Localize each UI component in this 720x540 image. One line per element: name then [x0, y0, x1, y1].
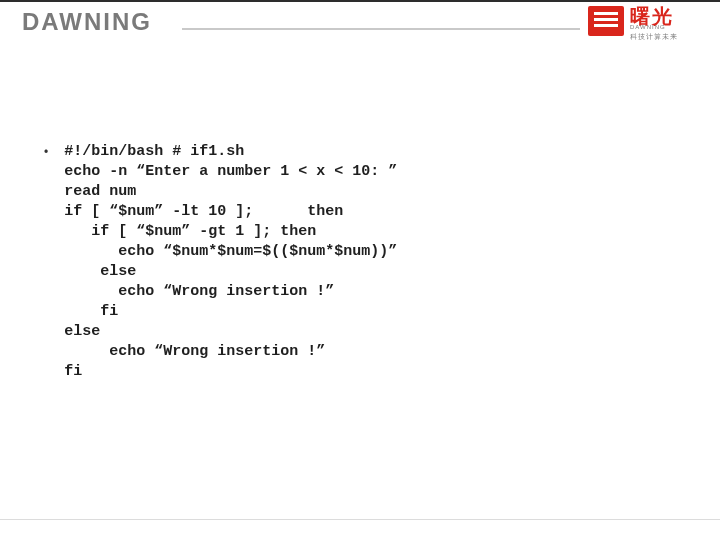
- footer-rule: [0, 519, 720, 520]
- code-line-5: if [ “$num” -gt 1 ]; then: [64, 223, 316, 240]
- code-line-12: fi: [64, 363, 82, 380]
- header-rule: [182, 28, 580, 30]
- code-block: #!/bin/bash # if1.sh echo -n “Enter a nu…: [64, 142, 397, 382]
- code-line-8: echo “Wrong insertion !”: [64, 283, 334, 300]
- code-line-3: read num: [64, 183, 136, 200]
- header: DAWNING 曙光 DAWNING 科技计算未来: [0, 0, 720, 54]
- code-line-6: echo “$num*$num=$(($num*$num))”: [64, 243, 397, 260]
- code-line-7: else: [64, 263, 136, 280]
- bullet-icon: •: [44, 142, 64, 162]
- header-top-line: [0, 0, 720, 2]
- code-line-1-pre: #!/bin/bash #: [64, 143, 190, 160]
- code-line-10: else: [64, 323, 100, 340]
- logo-sub-en: DAWNING: [630, 24, 666, 30]
- code-line-11: echo “Wrong insertion !”: [64, 343, 325, 360]
- slide: DAWNING 曙光 DAWNING 科技计算未来 • #!/bin/bash …: [0, 0, 720, 540]
- code-line-4: if [ “$num” -lt 10 ]; then: [64, 203, 343, 220]
- logo-sun-icon: [588, 6, 624, 36]
- logo-sub-cn: 科技计算未来: [630, 32, 678, 42]
- code-line-1-filename: if1.sh: [190, 143, 244, 160]
- content: • #!/bin/bash # if1.sh echo -n “Enter a …: [44, 142, 644, 382]
- brand-wordmark: DAWNING: [22, 8, 152, 36]
- code-line-2: echo -n “Enter a number 1 < x < 10: ”: [64, 163, 397, 180]
- bullet-row: • #!/bin/bash # if1.sh echo -n “Enter a …: [44, 142, 644, 382]
- code-line-9: fi: [64, 303, 118, 320]
- logo: 曙光 DAWNING 科技计算未来: [588, 4, 706, 48]
